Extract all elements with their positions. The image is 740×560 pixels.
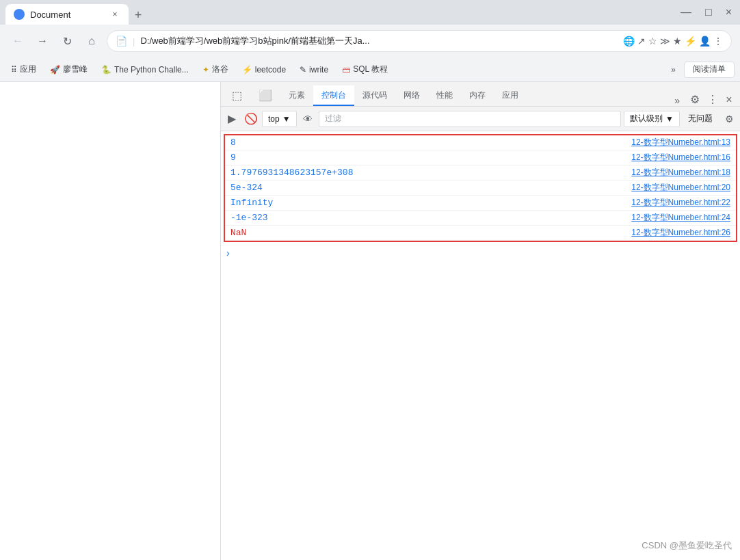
console-prompt[interactable]: › bbox=[221, 245, 740, 261]
liaoxuefeng-icon: 🚀 bbox=[50, 65, 60, 75]
main-area: ⬚ ⬜ 元素 控制台 源代码 网络 性能 内存 bbox=[0, 82, 740, 560]
devtools-tab-application[interactable]: 应用 bbox=[494, 85, 527, 106]
console-row-3: 1.7976931348623157e+308 12-数字型Numeber.ht… bbox=[225, 165, 736, 181]
share-icon[interactable]: ↗ bbox=[637, 36, 646, 46]
network-tab-label: 网络 bbox=[404, 90, 420, 101]
bookmark-liaoxuefeng[interactable]: 🚀 廖雪峰 bbox=[44, 62, 93, 78]
log-level-label: 默认级别 bbox=[630, 113, 663, 124]
devtools-tab-cursor[interactable]: ⬚ bbox=[224, 85, 250, 106]
more-icon[interactable]: ⋮ bbox=[713, 36, 723, 46]
log-level-selector[interactable]: 默认级别 ▼ bbox=[624, 111, 680, 127]
issues-label: 无问题 bbox=[688, 113, 713, 124]
bookmark-luogu[interactable]: ✦ 洛谷 bbox=[197, 62, 234, 78]
devtools-settings-button[interactable]: ⚙ bbox=[685, 93, 704, 106]
console-row-2: 9 12-数字型Numeber.html:16 bbox=[225, 150, 736, 165]
tab-close-button[interactable]: × bbox=[109, 9, 120, 20]
context-selector[interactable]: top ▼ bbox=[262, 111, 297, 127]
extension-icon-3[interactable]: ⚡ bbox=[685, 36, 696, 46]
url-actions: 🌐 ↗ ☆ ≫ ★ ⚡ 👤 ⋮ bbox=[623, 36, 723, 46]
translate-icon[interactable]: 🌐 bbox=[623, 36, 635, 46]
console-output: 8 12-数字型Numeber.html:13 9 12-数字型Numeber.… bbox=[221, 131, 740, 560]
minimize-button[interactable]: — bbox=[678, 3, 694, 21]
devtools-tab-memory[interactable]: 内存 bbox=[461, 85, 494, 106]
apps-icon: ⠿ bbox=[11, 65, 17, 75]
reading-list-button[interactable]: 阅读清单 bbox=[684, 62, 735, 78]
bookmark-python[interactable]: 🐍 The Python Challe... bbox=[96, 62, 194, 78]
console-source-5[interactable]: 12-数字型Numeber.html:22 bbox=[631, 197, 730, 209]
devtools-tab-performance[interactable]: 性能 bbox=[428, 85, 461, 106]
luogu-icon: ✦ bbox=[202, 65, 209, 75]
url-bar[interactable]: 📄 | D:/web前端学习/web前端学习b站pink/前端基础第一天Ja..… bbox=[107, 30, 732, 52]
console-border-box: 8 12-数字型Numeber.html:13 9 12-数字型Numeber.… bbox=[224, 134, 737, 242]
iwrite-icon: ✎ bbox=[300, 65, 306, 75]
profile-icon[interactable]: 👤 bbox=[699, 36, 711, 46]
console-prompt-arrow: › bbox=[226, 248, 230, 258]
context-arrow-icon: ▼ bbox=[282, 114, 291, 124]
maximize-button[interactable]: □ bbox=[702, 3, 715, 21]
devtools-tab-inspect[interactable]: ⬜ bbox=[250, 85, 280, 106]
close-button[interactable]: × bbox=[723, 3, 735, 21]
devtools-tab-sources[interactable]: 源代码 bbox=[354, 85, 395, 106]
secure-icon: 📄 bbox=[116, 36, 127, 46]
console-source-2[interactable]: 12-数字型Numeber.html:16 bbox=[631, 152, 730, 163]
memory-tab-label: 内存 bbox=[469, 90, 486, 101]
reload-button[interactable]: ↻ bbox=[57, 31, 77, 51]
bookmark-python-label: The Python Challe... bbox=[114, 65, 189, 75]
console-source-6[interactable]: 12-数字型Numeber.html:24 bbox=[631, 212, 730, 224]
bookmark-sql[interactable]: 🗃 SQL 教程 bbox=[336, 62, 393, 78]
console-value-3: 1.7976931348623157e+308 bbox=[230, 168, 631, 178]
console-value-4: 5e-324 bbox=[230, 183, 631, 193]
bookmark-iwrite[interactable]: ✎ iwrite bbox=[294, 62, 334, 78]
bookmark-luogu-label: 洛谷 bbox=[212, 64, 228, 75]
bookmark-apps-label: 应用 bbox=[20, 64, 36, 75]
forward-button[interactable]: → bbox=[33, 31, 52, 51]
console-value-1: 8 bbox=[230, 137, 631, 148]
console-row-6: -1e-323 12-数字型Numeber.html:24 bbox=[225, 211, 736, 226]
address-bar: ← → ↻ ⌂ 📄 | D:/web前端学习/web前端学习b站pink/前端基… bbox=[0, 25, 740, 57]
filter-input[interactable]: 过滤 bbox=[319, 111, 622, 127]
devtools-menu-button[interactable]: ⋮ bbox=[704, 93, 721, 106]
bookmarks-bar: ⠿ 应用 🚀 廖雪峰 🐍 The Python Challe... ✦ 洛谷 ⚡… bbox=[0, 57, 740, 82]
console-source-3[interactable]: 12-数字型Numeber.html:18 bbox=[631, 167, 730, 178]
python-icon: 🐍 bbox=[101, 65, 111, 75]
watermark: CSDN @墨鱼爱吃圣代 bbox=[642, 539, 732, 552]
bookmark-leetcode[interactable]: ⚡ leetcode bbox=[237, 62, 291, 78]
extension-icon-1[interactable]: ≫ bbox=[660, 36, 670, 46]
devtools-tabs-more-button[interactable]: » bbox=[669, 95, 685, 106]
console-source-4[interactable]: 12-数字型Numeber.html:20 bbox=[631, 182, 730, 194]
execute-context-button[interactable]: ▶ bbox=[224, 111, 240, 127]
console-row-4: 5e-324 12-数字型Numeber.html:20 bbox=[225, 181, 736, 196]
active-tab[interactable]: Document × bbox=[5, 4, 129, 25]
bookmark-apps[interactable]: ⠿ 应用 bbox=[5, 62, 42, 78]
devtools-tab-console[interactable]: 控制台 bbox=[313, 85, 354, 106]
console-row-1: 8 12-数字型Numeber.html:13 bbox=[225, 135, 736, 150]
console-value-7: NaN bbox=[230, 228, 631, 238]
eye-button[interactable]: 👁 bbox=[300, 111, 316, 127]
extension-icon-2[interactable]: ★ bbox=[673, 36, 682, 46]
devtools-panel: ⬚ ⬜ 元素 控制台 源代码 网络 性能 内存 bbox=[220, 82, 740, 560]
devtools-close-button[interactable]: × bbox=[721, 94, 737, 106]
bookmarks-more-button[interactable]: » bbox=[668, 65, 678, 75]
new-tab-button[interactable]: + bbox=[129, 5, 148, 25]
bookmark-sql-label: SQL 教程 bbox=[353, 64, 388, 75]
tab-strip: Document × + bbox=[5, 0, 672, 25]
devtools-tab-network[interactable]: 网络 bbox=[395, 85, 428, 106]
issues-count: 无问题 bbox=[683, 111, 718, 127]
filter-label: 过滤 bbox=[325, 113, 341, 124]
devtools-tab-elements[interactable]: 元素 bbox=[280, 85, 313, 106]
reading-list-label: 阅读清单 bbox=[693, 64, 726, 75]
devtools-tabs: ⬚ ⬜ 元素 控制台 源代码 网络 性能 内存 bbox=[221, 82, 740, 107]
console-source-1[interactable]: 12-数字型Numeber.html:13 bbox=[631, 137, 730, 148]
bookmark-star-icon[interactable]: ☆ bbox=[648, 36, 657, 46]
url-text: D:/web前端学习/web前端学习b站pink/前端基础第一天Ja... bbox=[140, 35, 618, 47]
console-settings-button[interactable]: ⚙ bbox=[721, 111, 737, 127]
back-button[interactable]: ← bbox=[8, 31, 27, 51]
clear-console-button[interactable]: 🚫 bbox=[243, 111, 259, 127]
console-tab-label: 控制台 bbox=[321, 90, 346, 101]
sql-icon: 🗃 bbox=[342, 65, 350, 75]
browser-window: Document × + — □ × ← → ↻ ⌂ 📄 | D:/web前端学… bbox=[0, 0, 740, 560]
console-toolbar: ▶ 🚫 top ▼ 👁 过滤 默认级别 ▼ 无问题 ⚙ bbox=[221, 107, 740, 131]
console-source-7[interactable]: 12-数字型Numeber.html:26 bbox=[631, 227, 730, 239]
home-button[interactable]: ⌂ bbox=[82, 31, 101, 51]
window-controls: — □ × bbox=[678, 3, 735, 21]
